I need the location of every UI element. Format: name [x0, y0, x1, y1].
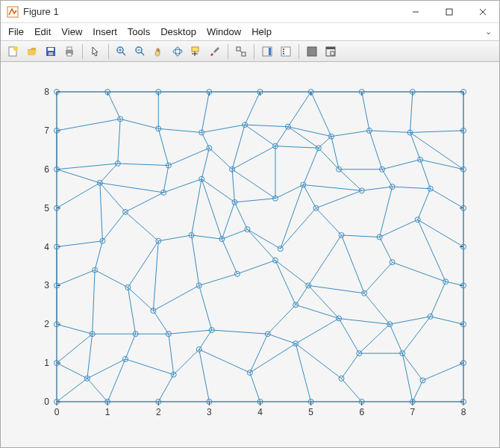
svg-line-231	[232, 146, 275, 169]
svg-text:2: 2	[44, 319, 49, 329]
legend-icon[interactable]	[278, 43, 294, 60]
zoom-in-icon[interactable]	[113, 43, 130, 60]
svg-line-253	[275, 127, 288, 146]
svg-text:1: 1	[105, 407, 110, 417]
svg-line-130	[169, 330, 212, 334]
dock-arrow-icon[interactable]: ⌄	[485, 27, 492, 37]
svg-line-247	[158, 128, 201, 132]
menu-file[interactable]: File	[8, 26, 24, 37]
svg-line-140	[359, 324, 390, 353]
svg-text:8: 8	[44, 87, 49, 97]
svg-line-233	[275, 146, 319, 149]
svg-line-266	[107, 92, 120, 119]
svg-line-160	[275, 261, 308, 286]
menu-window[interactable]: Window	[207, 26, 241, 37]
colorbar-icon[interactable]	[259, 43, 275, 60]
menu-insert[interactable]: Insert	[93, 26, 117, 37]
svg-line-104	[107, 359, 125, 402]
svg-line-125	[87, 334, 93, 379]
menu-tools[interactable]: Tools	[128, 26, 150, 37]
svg-line-197	[100, 183, 125, 212]
svg-rect-36	[326, 47, 335, 49]
open-icon[interactable]	[24, 43, 40, 60]
figure-area[interactable]: 012345678012345678	[1, 62, 499, 447]
svg-point-6	[13, 46, 18, 51]
pointer-icon[interactable]	[87, 43, 104, 60]
svg-rect-37	[331, 52, 334, 55]
svg-line-156	[199, 274, 237, 286]
rotate3d-icon[interactable]	[169, 43, 186, 60]
titlebar: Figure 1	[1, 1, 499, 23]
svg-line-216	[393, 187, 431, 189]
svg-text:8: 8	[461, 407, 466, 417]
svg-line-166	[431, 281, 446, 317]
svg-line-203	[201, 179, 222, 239]
minimize-button[interactable]	[399, 1, 432, 23]
maximize-button[interactable]	[432, 1, 466, 23]
svg-line-244	[118, 119, 120, 164]
close-button[interactable]	[466, 1, 499, 23]
brush-icon[interactable]	[207, 43, 223, 60]
axes[interactable]: 012345678012345678	[1, 62, 499, 447]
svg-line-163	[364, 293, 390, 325]
svg-line-102	[87, 379, 107, 402]
svg-line-106	[158, 375, 173, 402]
print-icon[interactable]	[61, 43, 78, 60]
svg-line-187	[316, 208, 341, 235]
svg-line-159	[296, 285, 308, 305]
svg-line-230	[232, 169, 275, 199]
svg-line-199	[125, 193, 163, 212]
svg-line-153	[153, 311, 168, 334]
svg-line-184	[247, 229, 280, 249]
svg-rect-12	[67, 53, 72, 56]
new-figure-icon[interactable]	[5, 43, 22, 60]
svg-line-132	[212, 330, 268, 334]
svg-line-201	[192, 179, 202, 235]
svg-line-198	[57, 183, 100, 208]
save-icon[interactable]	[43, 43, 59, 60]
svg-line-210	[303, 185, 316, 208]
svg-line-137	[296, 318, 339, 343]
svg-line-185	[281, 208, 316, 249]
svg-rect-30	[281, 47, 290, 56]
svg-line-177	[153, 241, 158, 311]
link-plot-icon[interactable]	[233, 43, 249, 60]
svg-line-176	[125, 212, 158, 241]
svg-point-20	[173, 49, 182, 54]
dock-icon[interactable]	[322, 43, 339, 60]
zoom-out-icon[interactable]	[132, 43, 149, 60]
pan-icon[interactable]	[151, 43, 167, 60]
svg-line-229	[232, 169, 234, 202]
menu-edit[interactable]: Edit	[34, 26, 51, 37]
svg-line-112	[296, 343, 310, 402]
svg-line-261	[410, 132, 420, 159]
svg-line-180	[192, 235, 222, 239]
figure-window: Figure 1 File Edit View Insert Tools Des…	[0, 0, 500, 448]
svg-line-150	[95, 270, 128, 287]
menu-desktop[interactable]: Desktop	[160, 26, 196, 37]
svg-line-222	[100, 164, 118, 183]
svg-line-270	[201, 92, 209, 132]
menu-help[interactable]: Help	[251, 26, 272, 37]
svg-line-227	[201, 148, 209, 179]
svg-rect-38	[57, 92, 463, 402]
svg-line-135	[268, 305, 296, 334]
svg-line-183	[247, 229, 275, 261]
svg-rect-2	[446, 9, 452, 15]
svg-line-154	[153, 285, 199, 311]
matlab-icon	[7, 6, 19, 18]
svg-line-262	[410, 132, 463, 169]
hide-tools-icon[interactable]	[304, 43, 320, 60]
data-cursor-icon[interactable]	[188, 43, 204, 60]
svg-line-211	[316, 190, 361, 208]
svg-line-280	[410, 92, 412, 132]
menu-view[interactable]: View	[61, 26, 82, 37]
svg-line-221	[57, 169, 100, 183]
svg-line-142	[390, 317, 431, 324]
svg-rect-26	[242, 52, 246, 56]
svg-line-264	[410, 131, 463, 133]
svg-rect-22	[192, 47, 199, 52]
svg-line-178	[158, 235, 191, 241]
svg-line-143	[402, 317, 430, 353]
svg-line-186	[308, 235, 341, 285]
